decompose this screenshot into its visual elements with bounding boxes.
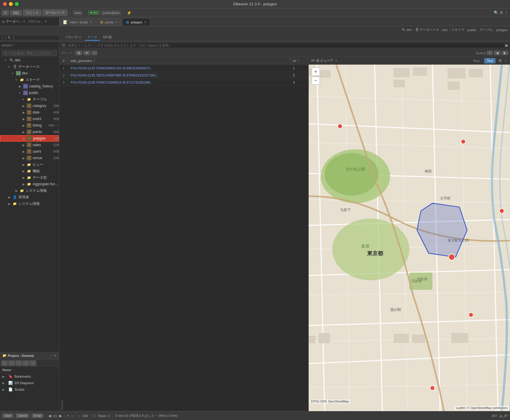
col-id[interactable]: id ▼ — [291, 57, 308, 64]
subtab-er[interactable]: ER 図 — [101, 34, 114, 41]
tree-item-tables-folder[interactable]: ▾ 📁 テーブル — [0, 96, 59, 103]
row1-geo[interactable]: POLYGON ((139.76306240891333 35.68531502… — [68, 65, 291, 71]
proj-item-scripts[interactable]: ▶ 📄 Scripts — [0, 386, 59, 393]
tab-points-label: points — [105, 20, 114, 24]
tree-item-database[interactable]: ▾ 🗄 データベース — [0, 63, 59, 70]
col-id-sort[interactable]: ▼ — [297, 59, 299, 62]
tree-item-public[interactable]: ▾ Sc public — [0, 90, 59, 96]
tree-item-dev2[interactable]: ▾ DB dev — [0, 70, 59, 76]
geo-zoom-in[interactable]: + — [312, 68, 320, 76]
tree-item-date[interactable]: ▶ T date 44M — [0, 109, 59, 116]
tree-item-category[interactable]: ▶ T category 28M — [0, 103, 59, 109]
tree-search-input[interactable] — [2, 50, 57, 56]
tree-item-event[interactable]: ▶ T event 36M — [0, 116, 59, 122]
subtab-data[interactable]: データ — [85, 34, 100, 41]
tree-item-users[interactable]: ▶ T users 84M — [0, 148, 59, 155]
tree-item-views[interactable]: ▶ 📁 ビュー — [0, 161, 59, 168]
more-icon[interactable]: ⋮ — [504, 10, 508, 15]
geo-zoom-controls: + − — [312, 68, 320, 85]
tree-item-admin[interactable]: ▶ 👤 管理者 — [0, 194, 59, 200]
geo-settings-icon[interactable]: ⚙ — [498, 58, 502, 63]
proj-btn-nav1[interactable]: ← — [8, 360, 15, 366]
tab-close-script[interactable]: ✕ — [90, 20, 92, 24]
tree-item-listing[interactable]: ▶ T listing 44M ← — [0, 122, 59, 129]
tree-item-aggregate[interactable]: ▶ 📁 Aggregate functions — [0, 181, 59, 187]
rbc-sep5: › — [477, 28, 479, 32]
left-refresh-icon[interactable]: ↻ — [8, 36, 11, 40]
minimize-button[interactable] — [9, 2, 13, 6]
table-row[interactable]: 1 POLYGON ((139.76306240891333 35.685315… — [59, 65, 308, 72]
search-icon[interactable]: 🔍 — [494, 10, 498, 15]
toolbar-btn-sql[interactable]: SQL — [10, 10, 22, 15]
map-container[interactable]: 北の丸公園 皇居 日比谷 — [309, 65, 510, 411]
label-catalog: catalog_history — [29, 84, 59, 88]
label-sysinfo2: システム情報 — [18, 201, 59, 206]
view-map-btn[interactable]: Map — [471, 58, 482, 63]
tab-close-proj[interactable]: ✕ — [44, 20, 47, 23]
table-row[interactable]: 3 POLYGON ((139.76490710396624 35.671275… — [59, 79, 308, 86]
results-nav-prev[interactable]: ◀ — [494, 51, 501, 55]
close-button[interactable] — [3, 2, 7, 6]
table-row[interactable]: 2 POLYGON ((139.78231140007696 35.679451… — [59, 72, 308, 79]
proj-item-bookmarks[interactable]: ▶ 🔖 Bookmarks — [0, 373, 59, 380]
tree-item-dev[interactable]: ▾ 🔌 dev — [0, 57, 59, 63]
results-sort-icon[interactable]: ↕ — [92, 51, 97, 55]
subtab-properties[interactable]: プロパティ — [63, 34, 84, 41]
settings-icon[interactable]: ⚙ — [500, 10, 503, 15]
tab-close-polygon[interactable]: ✕ — [144, 20, 146, 24]
status-add-icon[interactable]: + — [67, 414, 69, 418]
row2-geo[interactable]: POLYGON ((139.78231140007696 35.67945181… — [68, 72, 291, 79]
left-collapse-icon[interactable]: ↓ — [5, 36, 7, 40]
toolbar-btn-file[interactable]: ≡ — [2, 10, 9, 15]
tree-item-sales[interactable]: ▶ T sales 52M — [0, 142, 59, 148]
geo-zoom-out[interactable]: − — [312, 76, 320, 85]
proj-btn-nav2[interactable]: → — [15, 360, 22, 366]
col-wkb-sort[interactable]: ▼ — [93, 59, 96, 62]
tree-item-sysinfo[interactable]: ▶ 📁 システム情報 — [0, 187, 59, 194]
tree-item-polygon[interactable]: ▶ T polygon 5M — [0, 135, 59, 142]
toolbar-btn-commit[interactable]: コミット — [23, 9, 42, 16]
proj-btn-new[interactable]: + — [1, 360, 8, 366]
filter-input[interactable] — [66, 43, 504, 48]
project-minimize[interactable]: − — [50, 354, 52, 358]
left-more-icon[interactable]: ⋮ — [12, 36, 15, 40]
results-col-icon[interactable]: ⊞ — [76, 51, 82, 55]
status-script-btn[interactable]: Script — [31, 413, 43, 418]
geo-viewer-close[interactable]: ✕ — [335, 59, 337, 62]
toolbar-btn-rollback[interactable]: ロールバック — [43, 9, 68, 16]
left-panel-tab2[interactable]: プロジェ... — [28, 19, 43, 24]
row3-geo[interactable]: POLYGON ((139.76490710396624 35.67127516… — [68, 79, 291, 86]
tree-item-datatypes[interactable]: ▶ 📁 データ型 — [0, 174, 59, 181]
geo-more-icon[interactable]: ⋮ — [504, 58, 508, 63]
proj-item-er[interactable]: ▶ 📊 ER Diagrams — [0, 380, 59, 386]
tabbar: 🗂 データベ... ✕ プロジェ... ✕ 📝 <dev> Script ✕ ⊞… — [0, 17, 510, 26]
left-panel-tab1[interactable]: データベ... — [6, 19, 22, 24]
tree-item-schema[interactable]: ▾ 📁 スキーマ — [0, 76, 59, 83]
tab-script[interactable]: 📝 <dev> Script ✕ — [59, 18, 96, 26]
status-save-btn[interactable]: Save — [2, 413, 13, 418]
col-wkb[interactable]: wkb_geometry ▼ — [68, 57, 291, 64]
status-delete-icon[interactable]: − — [71, 414, 74, 418]
icon-event: T — [27, 116, 31, 121]
tree-item-catalog[interactable]: ▶ Sc catalog_history — [0, 83, 59, 90]
left-expand-icon[interactable]: ↑ — [2, 36, 4, 40]
results-filter-icon[interactable]: ▼ — [83, 51, 90, 55]
proj-btn-nav4[interactable]: ↓ — [30, 360, 36, 366]
status-cancel-btn[interactable]: Cancel — [16, 413, 29, 418]
tab-close-points[interactable]: ✕ — [115, 20, 118, 24]
tree-item-sysinfo2[interactable]: ▶ 📁 システム情報 — [0, 200, 59, 207]
proj-btn-nav3[interactable]: ↑ — [23, 360, 29, 366]
results-add[interactable]: + — [487, 51, 493, 55]
tree-item-venue[interactable]: ▶ T venue 32M — [0, 155, 59, 161]
tree-item-points[interactable]: ▶ T points 46M — [0, 129, 59, 135]
svg-text:大手町: 大手町 — [440, 196, 451, 200]
view-text-btn[interactable]: Text — [484, 58, 495, 63]
filter-apply-icon[interactable]: ▶ — [506, 43, 508, 47]
tab-polygon[interactable]: ⊞ polygon ✕ — [122, 18, 150, 26]
tab-points[interactable]: ⊞ points ✕ — [96, 18, 122, 26]
tree-item-functions[interactable]: ▶ 📁 機能 — [0, 168, 59, 174]
maximize-button[interactable] — [15, 2, 19, 6]
results-nav-next[interactable]: ▶ — [502, 51, 508, 55]
tab-close-db[interactable]: ✕ — [23, 20, 25, 23]
project-close[interactable]: ✕ — [54, 354, 57, 358]
